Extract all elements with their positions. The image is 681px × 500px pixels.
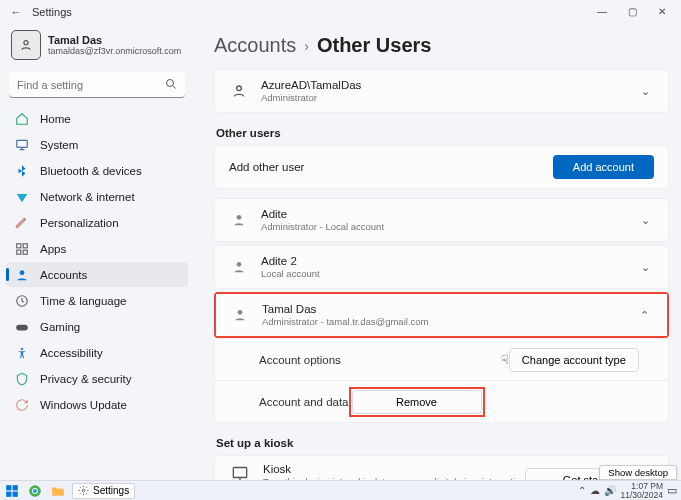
svg-point-13 xyxy=(237,262,242,267)
nav-privacy[interactable]: Privacy & security xyxy=(6,366,188,391)
user-row-adite2[interactable]: Adite 2 Local account ⌄ xyxy=(215,246,668,288)
gaming-icon xyxy=(14,319,30,335)
svg-point-7 xyxy=(20,270,25,275)
search-icon xyxy=(165,78,177,93)
chevron-down-icon[interactable]: ⌄ xyxy=(637,210,654,231)
svg-rect-18 xyxy=(6,491,11,496)
apps-icon xyxy=(14,241,30,257)
user-row-adite[interactable]: Adite Administrator - Local account ⌄ xyxy=(215,199,668,241)
svg-point-22 xyxy=(33,488,37,492)
svg-rect-15 xyxy=(233,468,246,478)
profile-name: Tamal Das xyxy=(48,34,181,46)
chevron-down-icon[interactable]: ⌄ xyxy=(637,257,654,278)
update-icon xyxy=(14,397,30,413)
nav-accounts[interactable]: Accounts xyxy=(6,262,188,287)
svg-rect-5 xyxy=(17,250,21,254)
account-options-row: Account options ☟ Change account type xyxy=(215,338,668,380)
nav-accessibility[interactable]: Accessibility xyxy=(6,340,188,365)
nav-personalization[interactable]: Personalization xyxy=(6,210,188,235)
onedrive-icon[interactable]: ☁ xyxy=(590,485,600,496)
svg-rect-3 xyxy=(17,243,21,247)
system-icon xyxy=(14,137,30,153)
nav-gaming[interactable]: Gaming xyxy=(6,314,188,339)
window-title: Settings xyxy=(32,6,72,18)
accessibility-icon xyxy=(14,345,30,361)
profile-block[interactable]: Tamal Das tamaldas@zf3vr.onmicrosoft.com xyxy=(6,24,188,70)
user-row-tamal[interactable]: Tamal Das Administrator - tamal.tr.das@g… xyxy=(216,294,667,336)
nav-network[interactable]: Network & internet xyxy=(6,184,188,209)
account-data-row: Account and data Remove xyxy=(215,380,668,422)
svg-rect-2 xyxy=(17,140,28,147)
volume-icon[interactable]: 🔊 xyxy=(604,485,616,496)
svg-point-11 xyxy=(237,86,242,91)
svg-rect-19 xyxy=(13,491,18,496)
add-account-button[interactable]: Add account xyxy=(553,155,654,179)
section-kiosk: Set up a kiosk xyxy=(216,437,669,449)
time-icon xyxy=(14,293,30,309)
nav-time[interactable]: Time & language xyxy=(6,288,188,313)
personalization-icon xyxy=(14,215,30,231)
taskbar-clock[interactable]: 1:07 PM 11/30/2024 xyxy=(620,482,663,500)
section-other-users: Other users xyxy=(216,127,669,139)
svg-rect-4 xyxy=(23,243,27,247)
svg-point-14 xyxy=(238,310,243,315)
svg-point-1 xyxy=(167,80,174,87)
profile-email: tamaldas@zf3vr.onmicrosoft.com xyxy=(48,46,181,56)
tray-chevron-icon[interactable]: ⌃ xyxy=(578,485,586,496)
privacy-icon xyxy=(14,371,30,387)
breadcrumb: Accounts › Other Users xyxy=(214,34,669,57)
svg-point-0 xyxy=(24,41,28,45)
owner-account-row[interactable]: AzureAD\TamalDas Administrator ⌄ xyxy=(215,70,668,112)
tray-icons[interactable]: ⌃ ☁ 🔊 xyxy=(578,485,616,496)
svg-rect-6 xyxy=(23,250,27,254)
remove-button[interactable]: Remove xyxy=(352,390,482,414)
maximize-button[interactable]: ▢ xyxy=(617,0,647,24)
explorer-icon[interactable] xyxy=(49,483,67,499)
kiosk-icon xyxy=(229,464,251,480)
chevron-down-icon[interactable]: ⌄ xyxy=(637,81,654,102)
person-icon xyxy=(230,307,250,323)
nav-home[interactable]: Home xyxy=(6,106,188,131)
owner-title: AzureAD\TamalDas xyxy=(261,79,361,91)
nav-system[interactable]: System xyxy=(6,132,188,157)
svg-rect-9 xyxy=(16,324,28,330)
change-account-type-button[interactable]: Change account type xyxy=(509,348,639,372)
add-user-label: Add other user xyxy=(229,161,304,173)
person-icon xyxy=(229,83,249,99)
svg-point-23 xyxy=(82,489,85,492)
svg-point-10 xyxy=(21,347,23,349)
nav-bluetooth[interactable]: Bluetooth & devices xyxy=(6,158,188,183)
add-user-row: Add other user Add account xyxy=(215,146,668,188)
svg-rect-17 xyxy=(13,485,18,490)
chrome-icon[interactable] xyxy=(26,483,44,499)
home-icon xyxy=(14,111,30,127)
taskbar-app-settings[interactable]: Settings xyxy=(72,483,135,499)
profile-avatar-icon xyxy=(11,30,41,60)
bluetooth-icon xyxy=(14,163,30,179)
person-icon xyxy=(229,259,249,275)
svg-point-12 xyxy=(237,215,242,220)
cursor-icon: ☟ xyxy=(501,352,509,367)
person-icon xyxy=(229,212,249,228)
nav-apps[interactable]: Apps xyxy=(6,236,188,261)
svg-rect-16 xyxy=(6,485,11,490)
search-field[interactable] xyxy=(9,72,185,98)
notifications-icon[interactable]: ▭ xyxy=(667,484,677,497)
start-button[interactable] xyxy=(3,483,21,499)
close-button[interactable]: ✕ xyxy=(647,0,677,24)
chevron-up-icon[interactable]: ⌃ xyxy=(636,305,653,326)
search-input[interactable] xyxy=(9,72,185,98)
owner-sub: Administrator xyxy=(261,92,361,103)
chevron-right-icon: › xyxy=(304,38,309,54)
breadcrumb-parent[interactable]: Accounts xyxy=(214,34,296,57)
show-desktop-tooltip: Show desktop xyxy=(599,465,677,480)
back-button[interactable]: ← xyxy=(4,6,28,18)
network-icon xyxy=(14,189,30,205)
accounts-icon xyxy=(14,267,30,283)
taskbar[interactable]: Settings ⌃ ☁ 🔊 1:07 PM 11/30/2024 ▭ xyxy=(0,480,681,500)
breadcrumb-current: Other Users xyxy=(317,34,432,57)
nav-update[interactable]: Windows Update xyxy=(6,392,188,417)
minimize-button[interactable]: — xyxy=(587,0,617,24)
